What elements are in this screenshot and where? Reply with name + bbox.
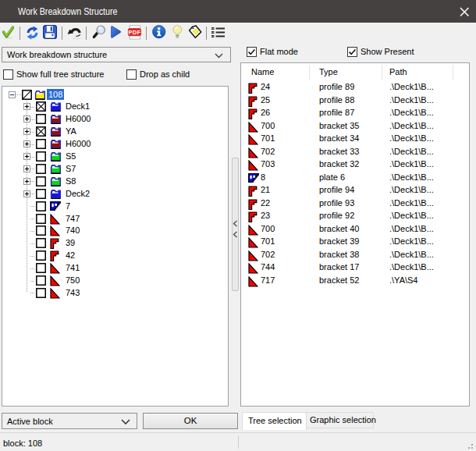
svg-text:PDF: PDF (129, 29, 141, 36)
